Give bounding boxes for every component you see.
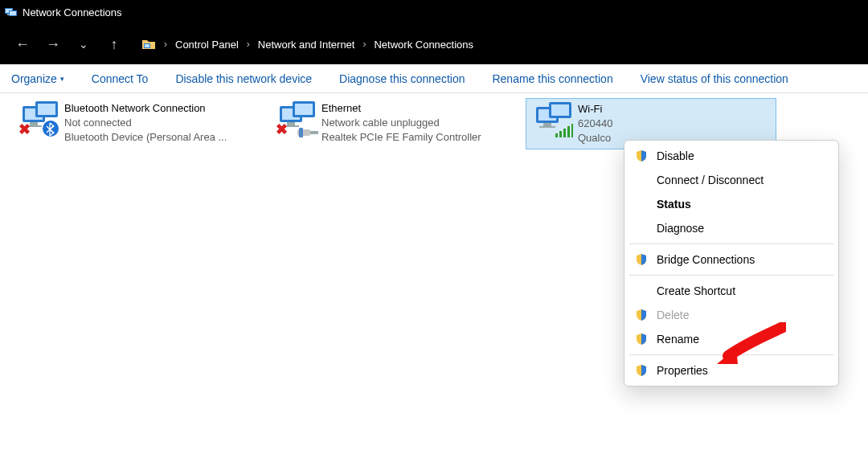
svg-rect-25: [543, 123, 551, 126]
breadcrumb-control-panel[interactable]: Control Panel: [172, 37, 242, 52]
spacer-icon: [634, 221, 649, 235]
svg-rect-4: [10, 11, 16, 15]
breadcrumb: › Control Panel › Network and Internet ›…: [141, 37, 477, 52]
forward-button[interactable]: →: [42, 36, 64, 53]
svg-rect-16: [287, 122, 295, 125]
menu-item-diagnose[interactable]: Diagnose: [624, 216, 838, 240]
svg-rect-30: [559, 131, 562, 137]
shield-icon: [634, 363, 649, 378]
menu-label: Diagnose: [657, 222, 704, 235]
menu-label: Disable: [657, 149, 694, 162]
spacer-icon: [634, 284, 649, 298]
shield-icon: [634, 332, 649, 346]
menu-item-status[interactable]: Status: [624, 192, 838, 216]
connection-status: Not connected: [64, 116, 227, 130]
svg-rect-6: [145, 44, 149, 47]
svg-rect-26: [539, 126, 555, 128]
connection-device: Realtek PCIe FE Family Controller: [321, 130, 481, 145]
menu-label: Bridge Connections: [657, 253, 755, 266]
svg-rect-21: [299, 128, 303, 137]
menu-label: Status: [657, 198, 691, 211]
app-icon: [5, 6, 18, 18]
menu-label: Delete: [657, 309, 689, 321]
chevron-down-icon: ▾: [60, 75, 64, 83]
content-area: ✖ Bluetooth Network Connection Not conne…: [0, 93, 868, 450]
menu-label: Rename: [657, 333, 699, 346]
nav-bar: ← → ⌄ ↑ › Control Panel › Network and In…: [0, 24, 868, 64]
view-status-command[interactable]: View status of this connection: [641, 72, 788, 85]
signal-strength-icon: [555, 124, 573, 141]
menu-item-create-shortcut[interactable]: Create Shortcut: [624, 279, 838, 303]
network-adapter-icon: ✖: [18, 101, 58, 138]
organize-menu[interactable]: Organize▾: [11, 72, 64, 85]
disable-device-command[interactable]: Disable this network device: [175, 72, 312, 85]
rename-command[interactable]: Rename this connection: [492, 72, 612, 85]
svg-rect-31: [563, 129, 566, 137]
svg-rect-19: [295, 104, 313, 115]
chevron-right-icon: ›: [362, 39, 366, 50]
menu-separator: [629, 243, 833, 244]
shield-icon: [634, 308, 649, 322]
chevron-right-icon: ›: [247, 39, 250, 50]
command-bar: Organize▾ Connect To Disable this networ…: [0, 64, 868, 93]
menu-label: Create Shortcut: [657, 284, 735, 297]
connection-name: Bluetooth Network Connection: [64, 101, 227, 116]
menu-label: Properties: [657, 364, 708, 377]
shield-icon: [634, 252, 649, 267]
menu-label: Connect / Disconnect: [657, 174, 764, 186]
unplugged-icon: ✖: [276, 121, 288, 138]
connection-info: Ethernet Network cable unplugged Realtek…: [321, 101, 481, 145]
svg-rect-22: [310, 131, 318, 134]
network-adapter-icon: [531, 102, 571, 139]
back-button[interactable]: ←: [11, 36, 34, 53]
window-title: Network Connections: [23, 6, 122, 18]
connection-status: Network cable unplugged: [321, 116, 481, 130]
svg-rect-12: [38, 104, 55, 115]
menu-item-connect-disconnect[interactable]: Connect / Disconnect: [624, 168, 838, 192]
not-connected-icon: ✖: [18, 121, 31, 138]
folder-icon: [141, 37, 156, 51]
connect-to-command[interactable]: Connect To: [92, 72, 149, 85]
connection-name: Ethernet: [321, 101, 481, 116]
connection-device: Bluetooth Device (Personal Area ...: [64, 130, 227, 145]
breadcrumb-network-and-internet[interactable]: Network and Internet: [255, 37, 358, 52]
menu-item-bridge[interactable]: Bridge Connections: [624, 248, 838, 272]
svg-rect-9: [30, 122, 38, 125]
recent-locations-dropdown[interactable]: ⌄: [72, 38, 95, 51]
connection-status: 620440: [578, 117, 612, 131]
network-adapter-icon: ✖: [275, 101, 315, 138]
annotation-arrow-icon: [714, 322, 786, 370]
spacer-icon: [634, 173, 649, 187]
breadcrumb-network-connections[interactable]: Network Connections: [371, 37, 477, 52]
svg-rect-28: [551, 104, 569, 116]
connection-device: Qualco: [578, 131, 612, 145]
connection-info: Bluetooth Network Connection Not connect…: [64, 101, 227, 145]
bluetooth-icon: [42, 120, 59, 140]
shield-icon: [634, 149, 649, 163]
diagnose-command[interactable]: Diagnose this connection: [339, 72, 465, 85]
connection-name: Wi-Fi: [578, 102, 612, 117]
cable-icon: [297, 126, 318, 141]
up-button[interactable]: ↑: [103, 36, 125, 53]
svg-rect-32: [567, 126, 570, 137]
svg-rect-33: [571, 124, 573, 137]
title-bar: Network Connections: [0, 0, 868, 24]
menu-separator: [629, 275, 833, 276]
spacer-icon: [634, 197, 649, 211]
connection-bluetooth[interactable]: ✖ Bluetooth Network Connection Not conne…: [13, 98, 264, 148]
svg-rect-29: [555, 133, 558, 137]
connection-info: Wi-Fi 620440 Qualco: [578, 102, 612, 145]
menu-item-disable[interactable]: Disable: [624, 144, 838, 168]
connection-ethernet[interactable]: ✖ Ethernet Network cable unplugged Realt…: [270, 98, 521, 148]
chevron-right-icon: ›: [164, 39, 167, 50]
